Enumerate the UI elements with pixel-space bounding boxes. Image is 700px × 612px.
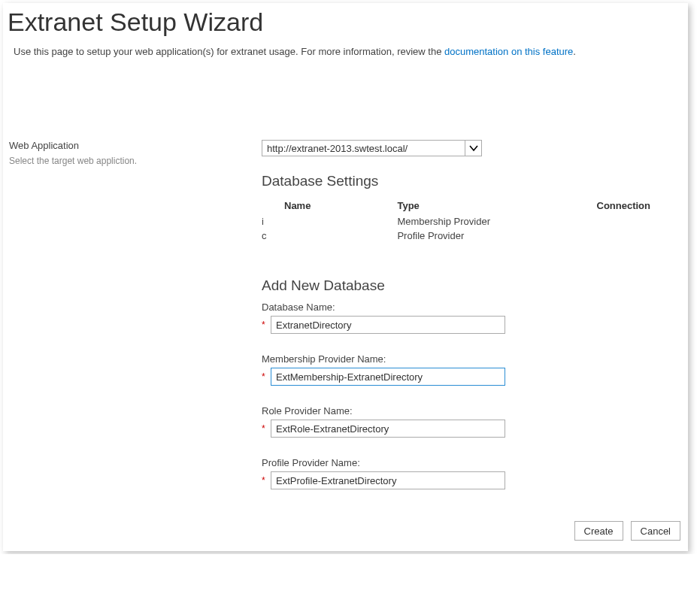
profile-provider-input[interactable]: [271, 471, 505, 489]
database-settings-heading: Database Settings: [262, 173, 680, 189]
membership-provider-label: Membership Provider Name:: [262, 353, 680, 365]
left-column: Web Application Select the target web ap…: [9, 140, 257, 495]
chevron-down-icon: [465, 141, 481, 156]
table-header-row: Name Type Connection: [262, 197, 680, 214]
row-type: Profile Provider: [397, 230, 464, 241]
database-name-input[interactable]: [271, 316, 505, 334]
content-area: Web Application Select the target web ap…: [3, 60, 688, 495]
membership-provider-input[interactable]: [271, 368, 505, 386]
required-marker: *: [262, 423, 271, 434]
row-prefix: i: [262, 216, 264, 227]
button-row: Create Cancel: [3, 495, 688, 541]
web-application-help: Select the target web appliction.: [9, 156, 257, 166]
required-marker: *: [262, 320, 271, 330]
right-column: http://extranet-2013.swtest.local/ Datab…: [257, 140, 680, 495]
page-description: Use this page to setup your web applicat…: [3, 46, 688, 60]
row-prefix: c: [262, 230, 267, 241]
required-marker: *: [262, 371, 271, 382]
description-text-prefix: Use this page to setup your web applicat…: [14, 46, 444, 57]
page-container: Extranet Setup Wizard Use this page to s…: [3, 3, 688, 551]
table-row: i Membership Provider: [262, 214, 680, 229]
col-type-header: Type: [397, 197, 462, 214]
create-button[interactable]: Create: [574, 521, 623, 541]
database-settings-table: Name Type Connection i Membership Provid…: [262, 197, 680, 243]
membership-provider-field-block: Membership Provider Name: *: [262, 353, 680, 386]
add-new-database-heading: Add New Database: [262, 277, 680, 294]
web-application-selected: http://extranet-2013.swtest.local/: [262, 141, 465, 156]
required-marker: *: [262, 475, 271, 486]
profile-provider-field-block: Profile Provider Name: *: [262, 457, 680, 489]
cancel-button[interactable]: Cancel: [631, 521, 680, 541]
database-name-label: Database Name:: [262, 301, 680, 313]
role-provider-field-block: Role Provider Name: *: [262, 405, 680, 438]
role-provider-input[interactable]: [271, 420, 505, 438]
web-application-dropdown[interactable]: http://extranet-2013.swtest.local/: [262, 140, 482, 156]
web-application-label: Web Application: [9, 140, 257, 151]
col-name-header: Name: [262, 197, 397, 214]
description-text-suffix: .: [573, 46, 576, 57]
role-provider-label: Role Provider Name:: [262, 405, 680, 417]
profile-provider-label: Profile Provider Name:: [262, 457, 680, 468]
database-name-field-block: Database Name: *: [262, 301, 680, 334]
documentation-link[interactable]: documentation on this feature: [444, 46, 573, 57]
row-type: Membership Provider: [397, 216, 490, 227]
col-connection-header: Connection: [462, 197, 680, 214]
page-title: Extranet Setup Wizard: [3, 3, 688, 46]
table-row: c Profile Provider: [262, 229, 680, 243]
